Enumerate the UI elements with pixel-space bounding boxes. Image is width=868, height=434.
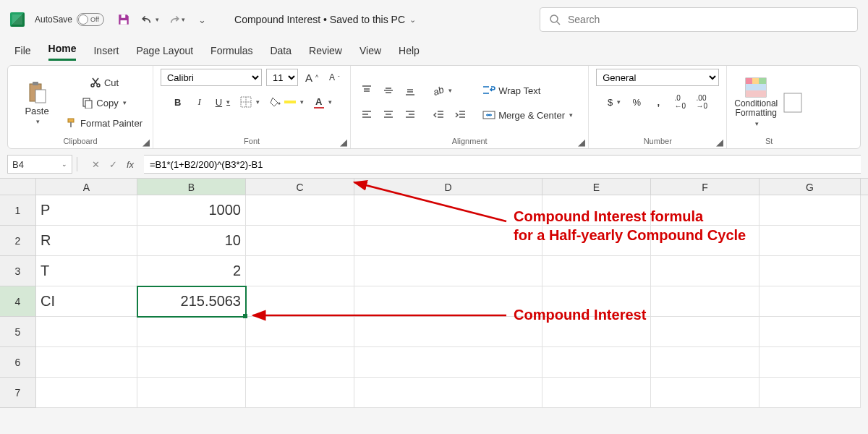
cell-B7[interactable] (137, 378, 246, 408)
format-as-table-button[interactable] (782, 74, 804, 132)
cell-D5[interactable] (354, 317, 542, 347)
cell-D6[interactable] (354, 347, 542, 378)
cell-G6[interactable] (760, 347, 861, 378)
borders-button[interactable]: ▾ (237, 93, 263, 111)
insert-function-button[interactable]: fx (122, 156, 138, 172)
currency-button[interactable]: $▾ (605, 93, 624, 111)
autosave-toggle[interactable]: Off (77, 13, 104, 26)
cell-A3[interactable]: T (36, 256, 137, 286)
save-button[interactable] (114, 10, 133, 29)
cell-F1[interactable] (651, 195, 760, 226)
font-size-select[interactable]: 11 (266, 69, 298, 86)
font-name-select[interactable]: Calibri (161, 69, 262, 86)
conditional-formatting-button[interactable]: ConditionalFormatting ▾ (734, 74, 778, 132)
customize-qat-button[interactable]: ⌄ (192, 10, 211, 29)
decrease-decimal-button[interactable]: .00→0 (693, 93, 710, 111)
tab-review[interactable]: Review (309, 45, 342, 61)
cell-F4[interactable] (651, 286, 760, 317)
col-header-E[interactable]: E (542, 179, 651, 195)
row-header-1[interactable]: 1 (0, 195, 36, 226)
cell-E7[interactable] (542, 378, 651, 408)
name-box[interactable]: B4 ⌄ (7, 155, 72, 174)
tab-data[interactable]: Data (270, 45, 292, 61)
cell-E6[interactable] (542, 347, 651, 378)
cell-F6[interactable] (651, 347, 760, 378)
cell-D3[interactable] (354, 256, 542, 286)
row-header-6[interactable]: 6 (0, 347, 36, 378)
tab-view[interactable]: View (359, 45, 381, 61)
undo-button[interactable]: ▾ (140, 10, 159, 29)
autosave-control[interactable]: AutoSave Off (35, 13, 104, 26)
row-header-7[interactable]: 7 (0, 378, 36, 408)
underline-button[interactable]: U▾ (213, 93, 233, 111)
cell-C1[interactable] (246, 195, 354, 226)
orientation-button[interactable]: ab▾ (430, 82, 454, 99)
copy-button[interactable]: Copy▾ (63, 94, 145, 111)
increase-decimal-button[interactable]: .0←0 (671, 93, 689, 111)
formula-input[interactable] (144, 155, 861, 174)
col-header-G[interactable]: G (760, 179, 861, 195)
cell-E5[interactable] (542, 317, 651, 347)
cell-F3[interactable] (651, 256, 760, 286)
font-color-button[interactable]: A▾ (311, 93, 334, 111)
cell-F7[interactable] (651, 378, 760, 408)
paste-button[interactable]: Paste ▾ (15, 74, 59, 132)
decrease-indent-button[interactable] (430, 106, 448, 124)
align-right-button[interactable] (401, 106, 419, 124)
cell-B1[interactable]: 1000 (137, 195, 246, 226)
cell-G4[interactable] (760, 286, 861, 317)
col-header-A[interactable]: A (36, 179, 137, 195)
enter-formula-button[interactable]: ✓ (105, 156, 121, 172)
col-header-D[interactable]: D (354, 179, 542, 195)
cell-B5[interactable] (137, 317, 246, 347)
align-bottom-button[interactable] (401, 82, 419, 99)
cell-E1[interactable] (542, 195, 651, 226)
comma-button[interactable]: , (650, 93, 667, 111)
align-center-button[interactable] (380, 106, 397, 124)
italic-button[interactable]: I (191, 93, 208, 111)
cell-A2[interactable]: R (36, 226, 137, 256)
cell-C2[interactable] (246, 226, 354, 256)
cell-F2[interactable] (651, 226, 760, 256)
cell-C3[interactable] (246, 256, 354, 286)
increase-font-button[interactable]: A^ (302, 69, 321, 86)
cell-E4[interactable] (542, 286, 651, 317)
cell-G5[interactable] (760, 317, 861, 347)
cell-G3[interactable] (760, 256, 861, 286)
increase-indent-button[interactable] (452, 106, 469, 124)
cell-C7[interactable] (246, 378, 354, 408)
redo-button[interactable]: ▾ (166, 10, 185, 29)
cell-D1[interactable] (354, 195, 542, 226)
tab-insert[interactable]: Insert (93, 45, 119, 61)
align-top-button[interactable] (358, 82, 375, 99)
row-header-3[interactable]: 3 (0, 256, 36, 286)
cell-G7[interactable] (760, 378, 861, 408)
cell-A6[interactable] (36, 347, 137, 378)
cell-E3[interactable] (542, 256, 651, 286)
cell-G1[interactable] (760, 195, 861, 226)
cell-B4[interactable]: 215.5063 (137, 286, 246, 317)
search-box[interactable] (540, 7, 858, 32)
number-format-select[interactable]: General (596, 69, 719, 86)
decrease-font-button[interactable]: Aˇ (326, 69, 343, 86)
row-header-5[interactable]: 5 (0, 317, 36, 347)
cell-E2[interactable] (542, 226, 651, 256)
font-launcher[interactable]: ◢ (339, 137, 349, 147)
align-middle-button[interactable] (380, 82, 397, 99)
align-left-button[interactable] (358, 106, 375, 124)
percent-button[interactable]: % (628, 93, 645, 111)
format-painter-button[interactable]: Format Painter (63, 114, 145, 132)
row-header-2[interactable]: 2 (0, 226, 36, 256)
cell-G2[interactable] (760, 226, 861, 256)
col-header-B[interactable]: B (137, 179, 246, 195)
tab-help[interactable]: Help (399, 45, 420, 61)
cancel-formula-button[interactable]: ✕ (88, 156, 103, 172)
cell-C6[interactable] (246, 347, 354, 378)
cell-B6[interactable] (137, 347, 246, 378)
cell-D7[interactable] (354, 378, 542, 408)
cell-B3[interactable]: 2 (137, 256, 246, 286)
col-header-F[interactable]: F (651, 179, 760, 195)
cell-A1[interactable]: P (36, 195, 137, 226)
cell-A4[interactable]: CI (36, 286, 137, 317)
cell-D2[interactable] (354, 226, 542, 256)
